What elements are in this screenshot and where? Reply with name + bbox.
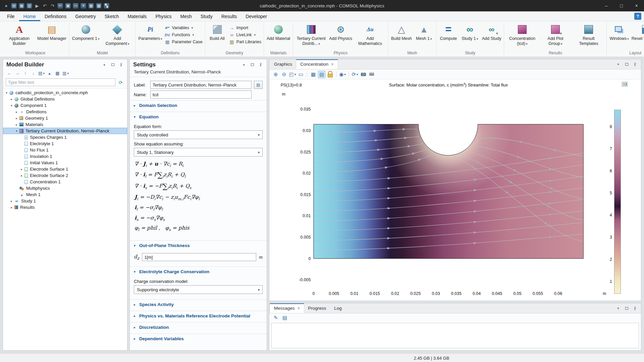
ribbon-button-variables[interactable]: a=Variables▾ xyxy=(165,25,203,31)
redo-icon[interactable]: ↷ xyxy=(50,3,55,9)
expand-arrow-icon[interactable]: ▸ xyxy=(9,206,14,209)
ribbon-button-parameters[interactable]: PiParameters▾ xyxy=(137,23,163,49)
rotate-view-icon[interactable]: ⟳▾ xyxy=(351,71,359,78)
expand-arrow-icon[interactable]: ▸ xyxy=(9,98,14,101)
collapse-arrow-icon[interactable]: ▾ xyxy=(14,129,19,133)
tree-item-electrode-surface-1[interactable]: ▸Electrode Surface 1 xyxy=(3,166,127,172)
snapshot-icon[interactable] xyxy=(360,71,367,78)
ribbon-button-tertiary-current-distrib[interactable]: Tertiary Current Distrib...▾ xyxy=(295,23,327,49)
plot-axes-icon[interactable]: ▤ xyxy=(318,71,325,78)
tree-item-electrolyte-1[interactable]: Electrolyte 1 xyxy=(3,140,127,147)
section-header-reference[interactable]: ▸ Physics vs. Materials Reference Electr… xyxy=(130,311,267,321)
insert-grid-icon[interactable]: ▚ xyxy=(104,3,109,9)
label-input[interactable] xyxy=(150,81,252,89)
ribbon-button-part-libraries[interactable]: ▥Part Libraries xyxy=(229,39,261,45)
tree-item-definitions[interactable]: ▸Definitions xyxy=(3,109,127,115)
save-as-icon[interactable]: ▥ xyxy=(26,3,32,9)
tree-item-insulation-1[interactable]: Insulation 1 xyxy=(3,153,127,160)
play-icon[interactable]: ▶ xyxy=(34,3,40,9)
messages-tab-log[interactable]: Log xyxy=(330,303,346,313)
refresh-icon[interactable]: ⟳ xyxy=(117,78,124,86)
expand-arrow-icon[interactable]: ▸ xyxy=(14,117,19,120)
close-button[interactable]: × xyxy=(629,0,644,11)
ribbon-button-add-component[interactable]: Add Component▾ xyxy=(101,23,133,49)
ribbon-button-add-plot-group[interactable]: +Add Plot Group▾ xyxy=(539,23,572,49)
tree-item-study-1[interactable]: ▸Study 1 xyxy=(3,198,127,204)
tree-item-concentration-1[interactable]: Concentration 1 xyxy=(3,179,127,185)
ribbon-button-add-material[interactable]: Add Material xyxy=(266,23,291,49)
ribbon-button-concentration-tcd[interactable]: Concentration (tcd)▾ xyxy=(506,23,538,49)
maximize-button[interactable]: □ xyxy=(614,0,629,11)
graphics-tab-graphics[interactable]: Graphics xyxy=(270,59,296,69)
menu-item-definitions[interactable]: Definitions xyxy=(40,11,71,21)
columns-icon[interactable]: ▥▾ xyxy=(62,70,69,77)
section-header-thickness[interactable]: ▾ Out-of-Plane Thickness xyxy=(130,241,267,250)
name-input[interactable] xyxy=(150,90,252,99)
equation-form-select[interactable]: Study controlled xyxy=(134,130,263,139)
menu-item-results[interactable]: Results xyxy=(217,11,241,21)
delete-icon[interactable]: ✕ xyxy=(80,3,86,9)
move-up-icon[interactable]: ↑ xyxy=(22,70,29,77)
ribbon-button-functions[interactable]: f(x)Functions▾ xyxy=(165,32,203,38)
menu-item-geometry[interactable]: Geometry xyxy=(71,11,100,21)
section-header-dependent-variables[interactable]: ▸ Dependent Variables xyxy=(130,334,267,344)
ribbon-button-application-builder[interactable]: AApplication Builder xyxy=(3,23,36,49)
close-tab-icon[interactable]: × xyxy=(331,62,334,67)
messages-tab-progress[interactable]: Progress xyxy=(304,303,330,313)
scene-icon[interactable]: ◉▾ xyxy=(339,71,346,78)
minimize-button[interactable]: – xyxy=(599,0,614,11)
ribbon-button-livelink[interactable]: ∞LiveLink▾ xyxy=(229,32,261,38)
ribbon-button-compute[interactable]: =Compute xyxy=(438,23,459,49)
pin-icon[interactable] xyxy=(258,62,263,67)
ribbon-button-windows[interactable]: Windows▾ xyxy=(608,23,630,49)
tree-item-mesh-1[interactable]: Mesh 1 xyxy=(3,191,127,198)
ribbon-button-add-mathematics[interactable]: ΔuAdd Mathematics xyxy=(354,23,386,49)
dz-input[interactable] xyxy=(142,253,256,261)
copy-icon[interactable]: ▣ xyxy=(65,3,71,9)
collapse-all-icon[interactable]: ▴ xyxy=(46,70,53,77)
move-down-icon[interactable]: ↓ xyxy=(30,70,37,77)
section-header-discretization[interactable]: ▸ Discretization xyxy=(130,322,267,332)
expand-arrow-icon[interactable]: ▸ xyxy=(14,110,19,114)
charge-model-select[interactable]: Supporting electrolyte xyxy=(134,285,263,294)
tree-item-geometry-1[interactable]: ▸Geometry 1 xyxy=(3,115,127,121)
tree-item-initial-values-1[interactable]: Initial Values 1 xyxy=(3,160,127,166)
menu-item-mesh[interactable]: Mesh xyxy=(176,11,196,21)
chevron-down-icon[interactable]: ▾ xyxy=(241,62,247,67)
insert-matrix-icon[interactable]: ▩ xyxy=(96,3,102,9)
zoom-extents-icon[interactable]: ◰▾ xyxy=(289,71,296,78)
zoom-box-icon[interactable]: ▭ xyxy=(297,71,305,78)
chevron-down-icon[interactable]: ▾ xyxy=(102,62,107,67)
tree-item-component-1[interactable]: ▾Component 1 xyxy=(3,102,127,109)
ribbon-button-study-1[interactable]: ∞Study 1▾ xyxy=(460,23,480,49)
menu-item-study[interactable]: Study xyxy=(196,11,217,21)
section-header-charge[interactable]: ▾ Electrolyte Charge Conservation xyxy=(130,267,267,277)
pin-icon[interactable] xyxy=(632,306,638,311)
menu-item-developer[interactable]: Developer xyxy=(241,11,271,21)
filter-input[interactable] xyxy=(6,78,115,86)
plot-legend-icon[interactable] xyxy=(622,82,627,86)
ribbon-button-result-templates[interactable]: Result Templates xyxy=(572,23,605,49)
pin-icon[interactable] xyxy=(118,62,124,67)
group-by-type-icon[interactable]: ▦ xyxy=(54,70,61,77)
save-icon[interactable]: ▦ xyxy=(19,3,24,9)
graphics-canvas[interactable]: 0.0350.030.0250.020.0150.010.0050-0.0050… xyxy=(269,79,641,301)
lock-axes-icon[interactable] xyxy=(326,71,334,78)
tree-item-electrode-surface-2[interactable]: ▸Electrode Surface 2 xyxy=(3,172,127,179)
ribbon-button-add-study[interactable]: ∞+Add Study xyxy=(481,23,502,49)
section-header-species-activity[interactable]: ▸ Species Activity xyxy=(130,300,267,309)
zoom-out-icon[interactable]: ⊖ xyxy=(280,71,288,78)
copy-log-icon[interactable]: ▤ xyxy=(281,314,288,321)
undo-icon[interactable]: ↶ xyxy=(42,3,48,9)
ribbon-button-component-1[interactable]: Component 1▾ xyxy=(71,23,101,49)
graphics-tab-concentration[interactable]: Concentration× xyxy=(296,59,338,69)
show-equation-select[interactable]: Study 1, Stationary xyxy=(134,148,263,157)
tree-item-materials[interactable]: ▸Materials xyxy=(3,121,127,128)
back-icon[interactable]: ← xyxy=(6,70,13,77)
tree-item-cathodic-protection-in-concrete-mph[interactable]: ▾cathodic_protection_in_concrete.mph xyxy=(3,89,127,96)
section-header-domain-selection[interactable]: ▸ Domain Selection xyxy=(130,101,267,110)
tree-item-no-flux-1[interactable]: No Flux 1 xyxy=(3,147,127,153)
ribbon-button-add-physics[interactable]: ⊛Add Physics xyxy=(328,23,353,49)
pin-icon[interactable] xyxy=(632,62,638,67)
expand-arrow-icon[interactable]: ▸ xyxy=(9,199,14,203)
